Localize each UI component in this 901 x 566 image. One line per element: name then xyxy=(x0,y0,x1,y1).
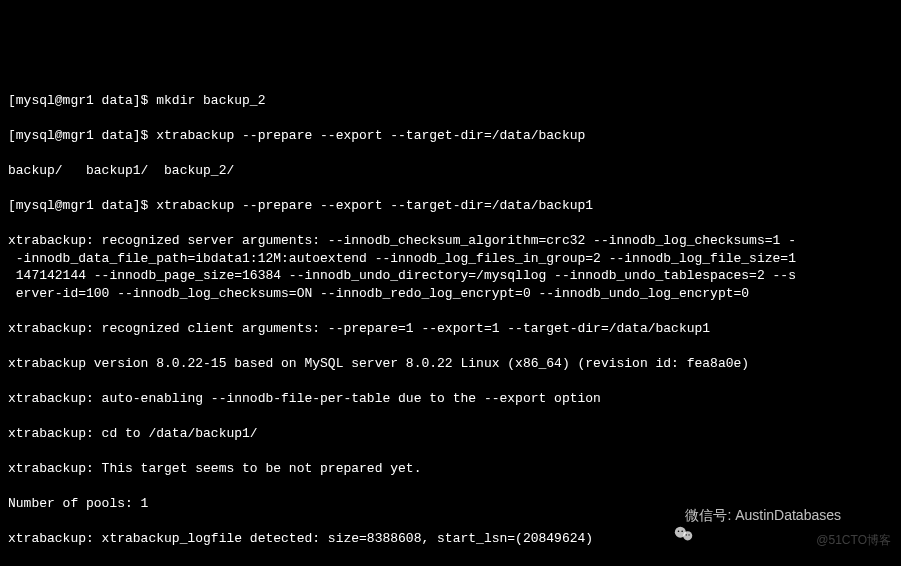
svg-point-2 xyxy=(678,530,680,532)
svg-point-5 xyxy=(688,534,689,535)
terminal-line: [mysql@mgr1 data]$ mkdir backup_2 xyxy=(8,92,893,110)
terminal-line: xtrabackup version 8.0.22-15 based on My… xyxy=(8,355,893,373)
terminal-line: xtrabackup: auto-enabling --innodb-file-… xyxy=(8,390,893,408)
terminal-line: [mysql@mgr1 data]$ xtrabackup --prepare … xyxy=(8,127,893,145)
terminal-line: xtrabackup: cd to /data/backup1/ xyxy=(8,425,893,443)
terminal-output[interactable]: [mysql@mgr1 data]$ mkdir backup_2 [mysql… xyxy=(8,74,893,566)
terminal-line: backup/ backup1/ backup_2/ xyxy=(8,162,893,180)
svg-point-4 xyxy=(686,534,687,535)
wechat-watermark: 微信号: AustinDatabases xyxy=(657,504,841,526)
terminal-line: [mysql@mgr1 data]$ xtrabackup --prepare … xyxy=(8,197,893,215)
svg-point-1 xyxy=(683,531,692,540)
cto-watermark: @51CTO博客 xyxy=(816,532,891,548)
terminal-line: xtrabackup: recognized server arguments:… xyxy=(8,232,893,302)
svg-point-3 xyxy=(681,530,683,532)
terminal-line: xtrabackup: xtrabackup_logfile detected:… xyxy=(8,530,893,548)
terminal-line: xtrabackup: recognized client arguments:… xyxy=(8,320,893,338)
terminal-line: xtrabackup: This target seems to be not … xyxy=(8,460,893,478)
wechat-icon xyxy=(657,504,679,526)
wechat-watermark-text: 微信号: AustinDatabases xyxy=(685,506,841,525)
